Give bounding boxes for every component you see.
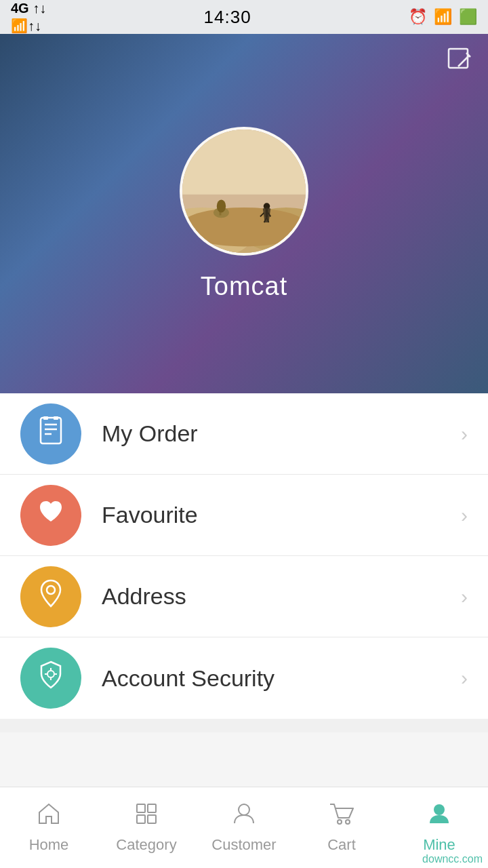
section-gap — [0, 719, 488, 732]
edit-profile-button[interactable] — [447, 47, 472, 77]
username: Tomcat — [201, 272, 287, 301]
menu-list: My Order › Favourite › Address › — [0, 393, 488, 719]
nav-cart[interactable]: Cart — [293, 787, 390, 868]
svg-rect-32 — [137, 815, 145, 823]
battery-icon: 🟩 — [459, 8, 477, 26]
address-chevron: › — [461, 585, 468, 608]
clock: 14:30 — [204, 7, 251, 28]
svg-rect-30 — [137, 804, 145, 812]
svg-point-36 — [346, 820, 350, 824]
svg-rect-23 — [54, 416, 58, 420]
avatar[interactable] — [180, 127, 308, 256]
favourite-chevron: › — [461, 504, 468, 527]
status-bar: 4G ↑↓ 📶↑↓ 14:30 ⏰ 📶 🟩 — [0, 0, 488, 34]
shield-icon — [36, 659, 66, 697]
wifi-icon: 📶 — [434, 8, 452, 26]
svg-rect-0 — [449, 49, 468, 68]
location-icon — [36, 578, 66, 616]
svg-rect-4 — [182, 130, 306, 195]
status-icons: ⏰ 📶 🟩 — [409, 8, 477, 26]
address-label: Address — [102, 583, 461, 610]
svg-rect-22 — [43, 416, 48, 420]
svg-point-24 — [47, 586, 55, 594]
svg-point-8 — [182, 207, 306, 245]
cart-icon — [329, 802, 354, 832]
mine-icon — [427, 802, 451, 832]
watermark: downcc.com — [422, 853, 483, 865]
my-order-icon-circle — [20, 403, 81, 465]
signal-info: 4G ↑↓ 📶↑↓ — [11, 1, 46, 34]
svg-rect-18 — [41, 418, 61, 443]
mine-label: Mine — [423, 836, 455, 854]
svg-point-35 — [338, 820, 342, 824]
security-icon-circle — [20, 648, 81, 709]
svg-rect-31 — [148, 804, 156, 812]
network-type: 4G ↑↓ — [11, 1, 46, 16]
svg-point-11 — [217, 199, 226, 212]
home-label: Home — [29, 836, 69, 854]
home-icon — [37, 802, 61, 832]
menu-item-account-security[interactable]: Account Security › — [0, 637, 488, 719]
address-icon-circle — [20, 566, 81, 627]
heart-icon — [36, 497, 66, 534]
menu-item-address[interactable]: Address › — [0, 556, 488, 637]
my-order-label: My Order — [102, 420, 461, 447]
clock-icon: ⏰ — [409, 8, 427, 26]
profile-header: Tomcat — [0, 34, 488, 393]
nav-category[interactable]: Category — [98, 787, 195, 868]
favourite-icon-circle — [20, 485, 81, 546]
menu-item-favourite[interactable]: Favourite › — [0, 475, 488, 556]
customer-label: Customer — [211, 836, 276, 854]
cart-label: Cart — [327, 836, 356, 854]
account-security-chevron: › — [461, 667, 468, 690]
svg-point-25 — [47, 671, 54, 677]
svg-point-37 — [434, 804, 445, 815]
svg-point-34 — [239, 804, 249, 815]
my-order-chevron: › — [461, 422, 468, 446]
nav-home[interactable]: Home — [0, 787, 98, 868]
category-label: Category — [116, 836, 176, 854]
category-icon — [134, 802, 159, 832]
signal-strength: 📶↑↓ — [11, 18, 46, 34]
order-icon — [35, 415, 66, 453]
account-security-label: Account Security — [102, 665, 461, 692]
favourite-label: Favourite — [102, 502, 461, 528]
nav-customer[interactable]: Customer — [195, 787, 293, 868]
menu-item-my-order[interactable]: My Order › — [0, 393, 488, 475]
svg-rect-33 — [148, 815, 156, 823]
bottom-navigation: Home Category Customer — [0, 787, 488, 868]
customer-icon — [232, 802, 256, 832]
